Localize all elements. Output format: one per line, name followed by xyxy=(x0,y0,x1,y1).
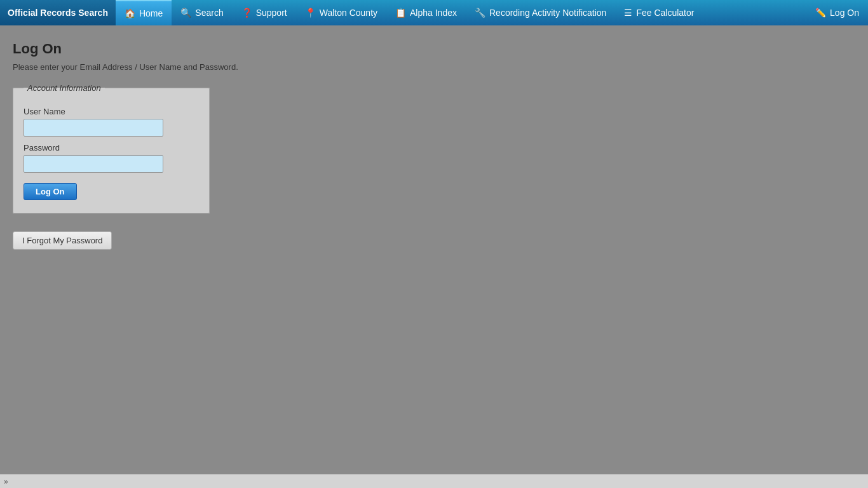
location-icon: 📍 xyxy=(305,8,316,18)
fieldset-legend: Account Information xyxy=(24,83,105,93)
nav-item-search[interactable]: 🔍 Search xyxy=(172,0,232,25)
nav-item-home[interactable]: 🏠 Home xyxy=(116,0,172,25)
logon-label: Log On xyxy=(830,8,859,18)
logon-icon: ✏️ xyxy=(815,8,826,18)
nav-label-home: Home xyxy=(139,8,163,18)
forgot-password-button[interactable]: I Forgot My Password xyxy=(13,231,112,250)
page-title: Log On xyxy=(13,41,855,57)
account-fieldset: Account Information User Name Password L… xyxy=(13,83,210,214)
nav-item-walton-county[interactable]: 📍 Walton County xyxy=(296,0,386,25)
password-label: Password xyxy=(24,143,199,152)
nav-logon[interactable]: ✏️ Log On xyxy=(806,0,868,25)
page-subtitle: Please enter your Email Address / User N… xyxy=(13,62,855,72)
nav-item-fee-calculator[interactable]: ☰ Fee Calculator xyxy=(615,0,703,25)
brand-logo[interactable]: Official Records Search xyxy=(0,0,116,25)
nav-spacer xyxy=(703,0,806,25)
nav-label-alpha-index: Alpha Index xyxy=(410,8,457,18)
nav-label-support: Support xyxy=(256,8,287,18)
navbar: Official Records Search 🏠 Home 🔍 Search … xyxy=(0,0,868,25)
nav-item-alpha-index[interactable]: 📋 Alpha Index xyxy=(386,0,466,25)
nav-items: 🏠 Home 🔍 Search ❓ Support 📍 Walton Count… xyxy=(116,0,868,25)
bottom-bar-label: » xyxy=(4,477,8,486)
brand-label: Official Records Search xyxy=(8,8,108,18)
logon-button[interactable]: Log On xyxy=(24,183,77,200)
nav-item-support[interactable]: ❓ Support xyxy=(233,0,296,25)
nav-label-fee-calculator: Fee Calculator xyxy=(636,8,694,18)
alpha-icon: 📋 xyxy=(395,8,406,18)
username-input[interactable] xyxy=(24,119,163,137)
search-icon: 🔍 xyxy=(180,8,191,18)
nav-label-recording-activity: Recording Activity Notification xyxy=(489,8,606,18)
password-input[interactable] xyxy=(24,155,163,173)
support-icon: ❓ xyxy=(241,8,252,18)
wrench-icon: 🔧 xyxy=(475,8,485,18)
home-icon: 🏠 xyxy=(125,8,135,18)
nav-label-walton-county: Walton County xyxy=(320,8,377,18)
list-icon: ☰ xyxy=(624,8,632,18)
bottom-bar: » xyxy=(0,474,868,488)
nav-label-search: Search xyxy=(195,8,223,18)
username-label: User Name xyxy=(24,107,199,116)
nav-item-recording-activity[interactable]: 🔧 Recording Activity Notification xyxy=(466,0,615,25)
main-content: Log On Please enter your Email Address /… xyxy=(0,25,868,265)
